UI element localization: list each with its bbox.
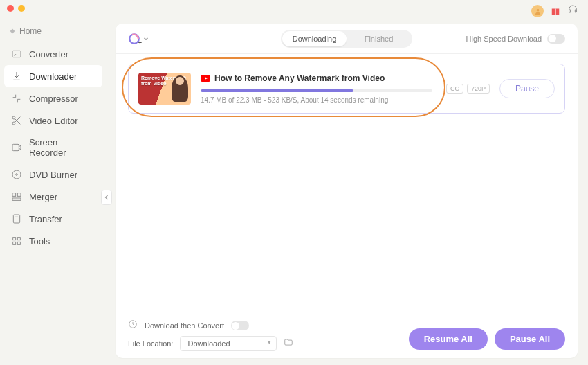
- svg-rect-21: [17, 242, 20, 244]
- sidebar: Home Converter Downloader Compressor Vid…: [0, 17, 107, 365]
- home-label: Home: [19, 26, 42, 36]
- video-thumbnail: Remove Watermark from Video: [138, 73, 191, 105]
- download-then-convert-label: Download then Convert: [145, 321, 224, 330]
- pause-button[interactable]: Pause: [499, 79, 555, 98]
- open-folder-button[interactable]: [284, 337, 293, 350]
- download-item[interactable]: Remove Watermark from Video How to Remov…: [128, 64, 565, 114]
- sidebar-label: Screen Recorder: [29, 137, 95, 158]
- status-tabs: Downloading Finished: [281, 30, 412, 48]
- sidebar-item-converter[interactable]: Converter: [4, 43, 102, 65]
- clock-icon: [128, 319, 138, 332]
- add-download-button[interactable]: +: [128, 33, 149, 45]
- svg-point-0: [536, 8, 539, 11]
- sidebar-item-screen-recorder[interactable]: Screen Recorder: [4, 132, 102, 163]
- high-speed-download-label: High Speed Download: [466, 35, 542, 43]
- window-title-bar: [0, 0, 588, 17]
- grid-icon: [11, 235, 22, 247]
- svg-rect-4: [10, 29, 15, 34]
- svg-point-11: [12, 170, 21, 179]
- file-location-label: File Location:: [128, 339, 173, 348]
- sidebar-collapse-button[interactable]: [101, 190, 112, 205]
- svg-rect-13: [12, 193, 16, 197]
- cc-badge: CC: [446, 84, 463, 94]
- pause-all-button[interactable]: Pause All: [495, 328, 565, 350]
- sidebar-label: Converter: [29, 49, 68, 60]
- close-window-button[interactable]: [7, 5, 14, 12]
- sidebar-item-downloader[interactable]: Downloader: [4, 65, 102, 87]
- compressor-icon: [11, 93, 22, 104]
- scissors-icon: [11, 115, 22, 126]
- sidebar-item-tools[interactable]: Tools: [4, 230, 102, 252]
- download-status-text: 14.7 MB of 22.3 MB - 523 KB/S, About 14 …: [201, 96, 432, 104]
- svg-rect-14: [17, 193, 21, 197]
- support-icon[interactable]: [567, 4, 578, 18]
- merger-icon: [11, 191, 22, 202]
- sidebar-item-compressor[interactable]: Compressor: [4, 87, 102, 109]
- svg-rect-18: [13, 238, 16, 240]
- tab-finished[interactable]: Finished: [347, 31, 411, 46]
- user-account-icon[interactable]: [531, 5, 544, 17]
- sidebar-label: Transfer: [29, 214, 62, 224]
- app-logo-icon: +: [128, 33, 140, 45]
- svg-point-12: [16, 174, 18, 176]
- converter-icon: [11, 48, 22, 60]
- resolution-badge: 720P: [467, 84, 490, 94]
- svg-rect-10: [12, 144, 19, 150]
- progress-bar: [201, 89, 432, 92]
- main-panel: + Downloading Finished High Speed Downlo…: [116, 24, 578, 358]
- file-location-select[interactable]: Downloaded: [180, 336, 277, 351]
- svg-rect-16: [13, 215, 19, 223]
- sidebar-item-video-editor[interactable]: Video Editor: [4, 109, 102, 132]
- chevron-left-icon: [104, 195, 109, 200]
- sidebar-item-transfer[interactable]: Transfer: [4, 208, 102, 230]
- sidebar-label: DVD Burner: [29, 170, 77, 180]
- sidebar-home[interactable]: Home: [4, 24, 102, 43]
- resume-all-button[interactable]: Resume All: [409, 328, 488, 350]
- download-then-convert-toggle[interactable]: [231, 321, 249, 330]
- svg-rect-19: [17, 238, 20, 240]
- svg-point-7: [12, 122, 15, 125]
- chevron-down-icon: [143, 36, 149, 42]
- disc-icon: [11, 169, 22, 180]
- sidebar-label: Downloader: [29, 71, 77, 82]
- downloader-icon: [11, 71, 22, 82]
- svg-point-6: [12, 116, 15, 119]
- sidebar-label: Tools: [29, 236, 50, 247]
- high-speed-download-toggle[interactable]: [547, 34, 565, 44]
- download-title: How to Remove Any Watermark from Video: [214, 73, 385, 83]
- tab-downloading[interactable]: Downloading: [282, 31, 347, 46]
- screen-recorder-icon: [11, 142, 22, 153]
- sidebar-label: Video Editor: [29, 116, 78, 126]
- transfer-icon: [11, 213, 22, 224]
- sidebar-item-merger[interactable]: Merger: [4, 186, 102, 208]
- sidebar-item-dvd-burner[interactable]: DVD Burner: [4, 163, 102, 186]
- gift-icon[interactable]: [551, 6, 560, 16]
- youtube-icon: [201, 75, 210, 82]
- sidebar-label: Compressor: [29, 94, 78, 104]
- svg-rect-3: [555, 9, 555, 15]
- minimize-window-button[interactable]: [18, 5, 25, 12]
- svg-rect-15: [12, 198, 21, 200]
- diamond-icon: [10, 28, 15, 34]
- svg-rect-5: [12, 51, 21, 57]
- sidebar-label: Merger: [29, 192, 57, 202]
- svg-rect-20: [13, 242, 16, 244]
